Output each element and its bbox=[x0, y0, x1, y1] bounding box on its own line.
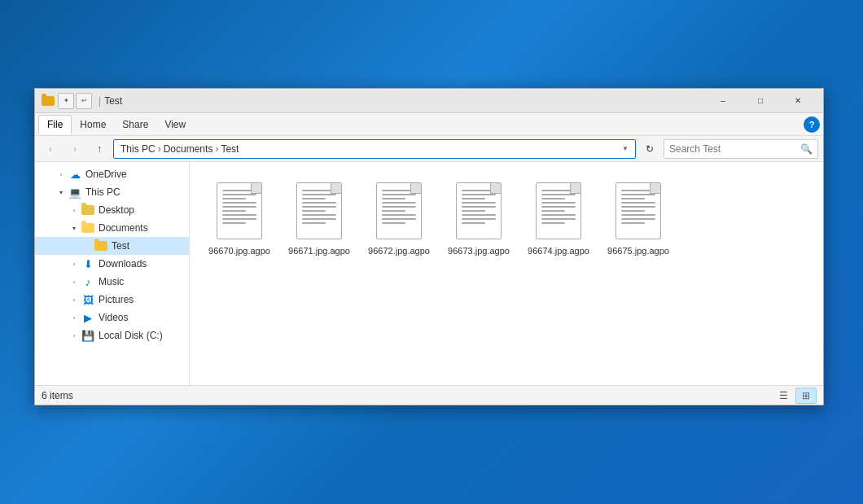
menu-tab-share[interactable]: Share bbox=[114, 116, 156, 134]
path-this-pc: This PC bbox=[120, 143, 156, 155]
doc-line bbox=[541, 218, 576, 220]
doc-line bbox=[222, 190, 256, 191]
address-path[interactable]: This PC › Documents › Test ▼ bbox=[113, 139, 636, 159]
menu-tab-file[interactable]: File bbox=[38, 115, 72, 134]
document-icon bbox=[615, 182, 661, 239]
expand-icon-music: › bbox=[68, 275, 81, 288]
back-button[interactable]: ‹ bbox=[40, 139, 61, 159]
view-details-button[interactable]: ☰ bbox=[773, 388, 794, 404]
search-box[interactable]: 🔍 bbox=[664, 139, 818, 159]
doc-line bbox=[302, 218, 336, 220]
sidebar-label-desktop: Desktop bbox=[99, 204, 134, 216]
file-icon bbox=[612, 178, 664, 243]
file-item[interactable]: 96674.jpg.agpo bbox=[522, 175, 595, 372]
menu-tab-view[interactable]: View bbox=[156, 116, 194, 134]
search-icon[interactable]: 🔍 bbox=[800, 143, 813, 155]
doc-line bbox=[462, 202, 496, 204]
sidebar-item-onedrive[interactable]: › ☁ OneDrive bbox=[35, 165, 189, 183]
document-icon bbox=[536, 182, 581, 239]
quick-access-btn-1[interactable]: ✦ bbox=[58, 93, 74, 109]
doc-line bbox=[302, 210, 326, 212]
expand-icon-thispc: ▾ bbox=[55, 186, 68, 199]
expand-icon-pictures: › bbox=[68, 293, 81, 306]
sidebar-item-thispc[interactable]: ▾ 💻 This PC bbox=[35, 183, 189, 201]
doc-line bbox=[462, 222, 485, 224]
doc-line bbox=[382, 198, 405, 199]
file-icon bbox=[213, 178, 265, 243]
doc-line bbox=[621, 214, 655, 216]
sidebar: › ☁ OneDrive ▾ 💻 This PC › Desktop ▾ Doc… bbox=[35, 162, 190, 385]
document-icon bbox=[376, 182, 422, 239]
doc-line bbox=[382, 202, 416, 204]
file-icon bbox=[532, 178, 585, 243]
sidebar-label-thispc: This PC bbox=[85, 186, 120, 198]
up-button[interactable]: ↑ bbox=[89, 139, 110, 159]
documents-folder-icon bbox=[81, 221, 95, 235]
sidebar-item-downloads[interactable]: › ⬇ Downloads bbox=[35, 255, 189, 273]
file-name: 96674.jpg.agpo bbox=[528, 245, 589, 256]
doc-line bbox=[382, 190, 416, 191]
close-button[interactable]: ✕ bbox=[779, 89, 817, 113]
sidebar-item-documents[interactable]: ▾ Documents bbox=[35, 219, 189, 237]
localdisk-icon: 💾 bbox=[81, 328, 95, 343]
maximize-button[interactable]: □ bbox=[742, 89, 779, 113]
sidebar-item-pictures[interactable]: › 🖼 Pictures bbox=[35, 291, 189, 309]
doc-line bbox=[302, 190, 336, 191]
file-item[interactable]: 96671.jpg.agpo bbox=[283, 175, 356, 372]
doc-line bbox=[302, 206, 336, 208]
doc-line bbox=[382, 222, 405, 224]
expand-icon-test bbox=[81, 239, 94, 252]
doc-line bbox=[222, 218, 256, 220]
doc-line bbox=[462, 190, 496, 191]
expand-icon-desktop: › bbox=[68, 204, 81, 217]
sidebar-item-localdisk[interactable]: › 💾 Local Disk (C:) bbox=[35, 327, 189, 344]
doc-line bbox=[541, 210, 565, 212]
sidebar-item-videos[interactable]: › ▶ Videos bbox=[35, 309, 189, 327]
refresh-button[interactable]: ↻ bbox=[639, 139, 660, 159]
desktop-folder-icon bbox=[81, 203, 95, 217]
file-item[interactable]: 96672.jpg.agpo bbox=[362, 175, 436, 372]
sidebar-item-desktop[interactable]: › Desktop bbox=[35, 201, 189, 219]
explorer-window: ✦ ↩ | Test – □ ✕ File Home Share View ? … bbox=[34, 88, 824, 405]
sidebar-label-onedrive: OneDrive bbox=[85, 169, 127, 180]
file-icon bbox=[373, 178, 425, 243]
title-bar: ✦ ↩ | Test – □ ✕ bbox=[35, 89, 823, 113]
doc-line bbox=[621, 206, 655, 208]
minimize-button[interactable]: – bbox=[704, 89, 742, 113]
file-name: 96675.jpg.agpo bbox=[607, 245, 669, 256]
search-input[interactable] bbox=[669, 143, 800, 155]
doc-line bbox=[621, 194, 655, 195]
sidebar-label-documents: Documents bbox=[99, 222, 148, 234]
doc-line bbox=[302, 194, 336, 195]
quick-access-btn-2[interactable]: ↩ bbox=[76, 93, 92, 109]
menu-tab-home[interactable]: Home bbox=[72, 116, 114, 134]
title-separator: | bbox=[99, 95, 101, 107]
doc-line bbox=[302, 222, 326, 224]
doc-line bbox=[302, 214, 336, 216]
document-icon bbox=[217, 182, 262, 239]
doc-line bbox=[621, 198, 645, 199]
music-icon: ♪ bbox=[81, 274, 95, 289]
main-content: › ☁ OneDrive ▾ 💻 This PC › Desktop ▾ Doc… bbox=[35, 162, 823, 385]
doc-line bbox=[621, 202, 655, 204]
file-name: 96673.jpg.agpo bbox=[448, 245, 510, 256]
view-buttons: ☰ ⊞ bbox=[773, 388, 817, 404]
sidebar-item-music[interactable]: › ♪ Music bbox=[35, 273, 189, 291]
file-area: 96670.jpg.agpo 96671.jpg.agpo bbox=[190, 162, 823, 385]
expand-icon-videos: › bbox=[68, 311, 81, 324]
doc-line bbox=[462, 214, 496, 216]
view-icons-button[interactable]: ⊞ bbox=[795, 388, 817, 404]
sidebar-item-test[interactable]: Test bbox=[35, 237, 189, 255]
forward-button[interactable]: › bbox=[64, 139, 85, 159]
help-button[interactable]: ? bbox=[804, 116, 820, 133]
file-item[interactable]: 96673.jpg.agpo bbox=[442, 175, 515, 372]
file-item[interactable]: 96670.jpg.agpo bbox=[203, 175, 276, 372]
doc-line bbox=[621, 210, 645, 212]
doc-line bbox=[621, 222, 645, 224]
address-bar: ‹ › ↑ This PC › Documents › Test ▼ ↻ 🔍 bbox=[35, 136, 823, 162]
doc-line bbox=[462, 198, 485, 199]
path-test: Test bbox=[221, 143, 239, 155]
doc-line bbox=[541, 202, 576, 204]
file-item[interactable]: 96675.jpg.agpo bbox=[602, 175, 675, 372]
downloads-icon: ⬇ bbox=[81, 256, 95, 271]
